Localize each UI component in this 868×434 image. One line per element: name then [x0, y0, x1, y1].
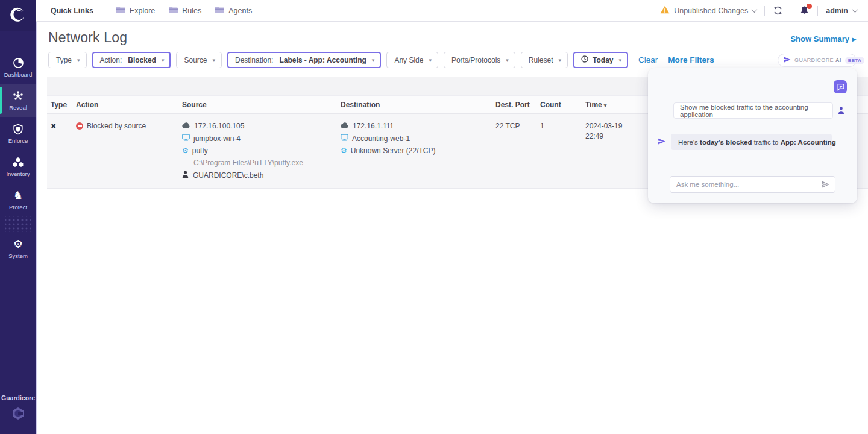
show-summary-link[interactable]: Show Summary: [790, 34, 856, 43]
chevron-down-icon: [852, 7, 858, 13]
nav-item-label: Explore: [130, 7, 155, 15]
notifications-bell-button[interactable]: [799, 5, 810, 16]
column-header-count[interactable]: Count: [540, 101, 585, 109]
chevron-down-icon: [212, 57, 215, 63]
blocked-icon: [76, 122, 83, 130]
sidebar-item-inventory[interactable]: Inventory: [0, 150, 36, 183]
destination-ip: 172.16.1.111: [353, 122, 394, 130]
chevron-down-icon: [372, 57, 375, 63]
username-label: admin: [826, 7, 848, 15]
quick-links-button[interactable]: Quick Links: [51, 7, 93, 15]
chip-value: Blocked: [128, 56, 156, 64]
dest-port-value: 22 TCP: [495, 122, 520, 130]
ai-brand-label: GUARDICORE AI: [794, 57, 841, 63]
user-message-bubble: Show me blocked traffic to the accountin…: [673, 102, 833, 119]
filter-chip-source[interactable]: Source: [176, 52, 222, 68]
ai-chat-panel: Show me blocked traffic to the accountin…: [648, 68, 857, 203]
bot-message-bubble: Here's today's blocked traffic to App: A…: [671, 134, 832, 150]
inventory-cluster-icon: [12, 156, 24, 168]
filter-chip-ports-protocols[interactable]: Ports/Protocols: [444, 52, 515, 68]
chip-label: Ports/Protocols: [451, 56, 500, 64]
column-header-destination[interactable]: Destination: [341, 101, 495, 109]
source-username: GUARDICORE\c.beth: [193, 171, 263, 180]
unpublished-changes-label: Unpublished Changes: [674, 7, 748, 15]
sidebar-item-dashboard[interactable]: Dashboard: [0, 51, 36, 84]
new-chat-button[interactable]: [834, 80, 847, 93]
refresh-button[interactable]: [773, 5, 783, 16]
chip-value: Today: [593, 56, 613, 64]
sidebar-item-label: Protect: [9, 204, 27, 210]
sidebar-item-label: Enforce: [8, 137, 28, 144]
bot-message-text: Here's: [678, 139, 700, 146]
brand-name: Guardicore: [0, 394, 36, 401]
source-hostname: jumpbox-win-4: [193, 134, 241, 143]
asset-monitor-icon: [341, 134, 348, 143]
send-icon[interactable]: [821, 180, 830, 189]
ask-me-input[interactable]: [676, 181, 821, 188]
sidebar-item-label: Dashboard: [4, 71, 32, 78]
ai-bot-avatar-icon: [658, 137, 665, 148]
clear-filters-link[interactable]: Clear: [638, 55, 658, 64]
nav-item-rules[interactable]: Rules: [168, 6, 201, 16]
page-title: Network Log: [48, 30, 127, 46]
column-header-dest-port[interactable]: Dest. Port: [495, 101, 540, 109]
sidebar-item-enforce[interactable]: Enforce: [0, 117, 36, 150]
sidebar: Dashboard Reveal Enforce: [0, 0, 36, 434]
chip-label: Source: [184, 56, 207, 64]
sidebar-item-label: System: [8, 253, 28, 259]
clock-icon: [581, 55, 588, 64]
filter-chip-type[interactable]: Type: [48, 52, 87, 68]
filter-chip-time-today[interactable]: Today: [573, 52, 628, 68]
source-process: putty: [192, 146, 208, 155]
user-menu[interactable]: admin: [826, 7, 857, 15]
destination-hostname: Accounting-web-1: [352, 134, 410, 143]
chevron-down-icon: [752, 7, 758, 13]
paper-plane-icon: [784, 55, 791, 66]
enforce-shield-icon: [12, 123, 24, 135]
topbar-divider: [102, 6, 102, 16]
sidebar-item-reveal[interactable]: Reveal: [0, 84, 36, 117]
ai-input-wrap: [670, 176, 835, 193]
nav-item-explore[interactable]: Explore: [116, 6, 155, 16]
filter-bar: Type Action:Blocked Source Destination:L…: [48, 52, 714, 68]
chip-label: Ruleset: [529, 56, 553, 64]
sidebar-item-protect[interactable]: ♞ Protect: [0, 183, 36, 216]
topbar: Quick Links Explore Rules Agents Unpubli…: [36, 0, 868, 22]
more-filters-link[interactable]: More Filters: [668, 55, 714, 64]
chevron-down-icon: [506, 57, 509, 63]
content-left-divider: [36, 22, 37, 434]
connection-failed-x-icon: [51, 122, 56, 130]
cell-type: [51, 122, 76, 180]
filter-chip-ruleset[interactable]: Ruleset: [521, 52, 568, 68]
process-gear-icon: ⚙: [182, 147, 189, 154]
nav-item-agents[interactable]: Agents: [215, 6, 252, 16]
brand-logo[interactable]: [0, 0, 36, 31]
count-value: 1: [540, 122, 544, 130]
filter-chip-action[interactable]: Action:Blocked: [92, 52, 171, 68]
sidebar-dotted-divider: [5, 216, 31, 232]
column-header-source[interactable]: Source: [182, 101, 341, 109]
source-process-path: C:\Program Files\PuTTY\putty.exe: [193, 159, 303, 167]
cell-dest-port: 22 TCP: [495, 122, 540, 180]
topbar-divider: [817, 6, 818, 16]
chip-label: Any Side: [394, 56, 423, 64]
guardicore-hex-icon: [11, 412, 25, 423]
chevron-down-icon: [162, 57, 165, 63]
topbar-divider: [764, 6, 765, 16]
service-gear-icon: ⚙: [341, 147, 347, 154]
column-header-action[interactable]: Action: [76, 101, 182, 109]
sidebar-item-system[interactable]: ⚙ System: [0, 232, 36, 265]
sort-desc-icon: [602, 101, 607, 109]
cell-count: 1: [540, 122, 585, 180]
sidebar-item-label: Reveal: [9, 104, 27, 111]
filter-chip-destination[interactable]: Destination:Labels - App: Accounting: [227, 52, 381, 68]
column-header-type[interactable]: Type: [51, 101, 76, 109]
sidebar-nav: Dashboard Reveal Enforce: [0, 51, 36, 265]
folder-icon: [168, 6, 178, 16]
filter-chip-any-side[interactable]: Any Side: [386, 52, 438, 68]
chevron-down-icon: [429, 57, 432, 63]
guardicore-ai-badge[interactable]: GUARDICORE AI BETA ✕: [778, 54, 857, 67]
asset-monitor-icon: [182, 134, 190, 143]
unpublished-changes-dropdown[interactable]: Unpublished Changes: [660, 5, 756, 16]
cloud-ip-icon: [182, 122, 190, 130]
